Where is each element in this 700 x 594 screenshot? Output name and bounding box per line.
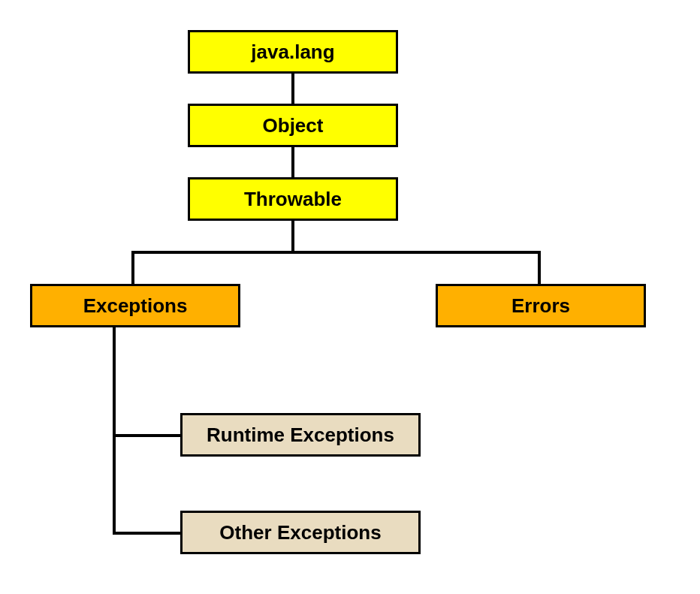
label-errors: Errors [511, 294, 570, 318]
node-runtime: Runtime Exceptions [180, 413, 421, 457]
label-runtime: Runtime Exceptions [207, 424, 394, 447]
label-throwable: Throwable [244, 188, 342, 211]
connector [131, 251, 134, 284]
connector [291, 221, 294, 251]
node-throwable: Throwable [188, 177, 398, 221]
connector [113, 327, 116, 535]
connector [113, 532, 180, 535]
connector [538, 251, 541, 284]
node-javalang: java.lang [188, 30, 398, 74]
label-javalang: java.lang [251, 41, 334, 64]
connector [291, 74, 294, 104]
node-other: Other Exceptions [180, 511, 421, 554]
connector [131, 251, 541, 254]
node-exceptions: Exceptions [30, 284, 240, 327]
node-errors: Errors [436, 284, 646, 327]
connector [291, 147, 294, 177]
connector [113, 434, 180, 437]
label-other: Other Exceptions [219, 521, 381, 544]
label-object: Object [263, 114, 324, 137]
label-exceptions: Exceptions [83, 294, 188, 318]
node-object: Object [188, 104, 398, 147]
